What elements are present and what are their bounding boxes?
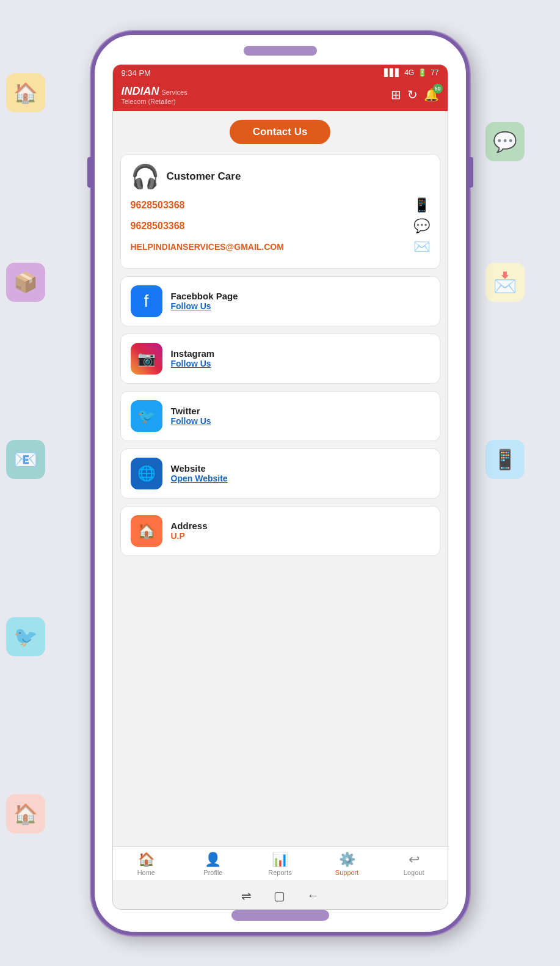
power-button (467, 157, 473, 188)
address-value: U.P (171, 531, 208, 541)
signal-icon: ▋▋▋ (384, 68, 401, 77)
nav-profile-label: Profile (203, 869, 222, 876)
nav-logout-label: Logout (404, 869, 424, 876)
website-social: 🌐 Website Open Website (131, 458, 430, 489)
refresh-icon[interactable]: ↻ (407, 87, 418, 102)
address-title: Address (171, 521, 208, 531)
twitter-info: Twitter Follow Us (171, 406, 211, 426)
notification-bell[interactable]: 🔔 50 (424, 87, 439, 102)
logout-icon: ↩ (409, 852, 420, 868)
reports-icon: 📊 (272, 852, 288, 868)
recents-icon[interactable]: ← (307, 888, 319, 903)
customer-care-icon: 🎧 (131, 163, 159, 190)
phone-call-icon[interactable]: 📱 (413, 197, 430, 213)
network-type: 4G (404, 68, 414, 77)
phone-pill-top (244, 46, 317, 56)
whatsapp-icon[interactable]: 💬 (413, 218, 430, 234)
customer-care-card: 🎧 Customer Care 9628503368 📱 9628503368 … (120, 154, 440, 269)
nav-reports-label: Reports (268, 869, 292, 876)
phone1-row: 9628503368 📱 (131, 197, 430, 213)
twitter-card: 🐦 Twitter Follow Us (120, 391, 440, 441)
instagram-social: 📷 Instagram Follow Us (131, 343, 430, 375)
header-subtitle: Telecom (Retailer) (122, 98, 187, 105)
address-icon-wrap: 🏠 (131, 515, 162, 547)
phone2-row: 9628503368 💬 (131, 218, 430, 234)
instagram-follow-link[interactable]: Follow Us (171, 359, 215, 368)
header-icons: ⊞ ↻ 🔔 50 (391, 87, 439, 102)
instagram-card: 📷 Instagram Follow Us (120, 334, 440, 384)
twitter-icon: 🐦 (137, 408, 156, 425)
phone-pill-bottom (231, 910, 329, 921)
brand-name: INDIAN (122, 85, 159, 98)
facebook-icon-wrap: f (131, 285, 162, 317)
qr-icon[interactable]: ⊞ (391, 87, 401, 102)
nav-support[interactable]: ⚙️ Support (325, 852, 368, 876)
phone2-number[interactable]: 9628503368 (131, 221, 185, 232)
phone1-number[interactable]: 9628503368 (131, 200, 185, 211)
phone-screen: 9:34 PM ▋▋▋ 4G 🔋 77 INDIAN Services Tele… (112, 64, 448, 910)
globe-icon: 🌐 (137, 465, 156, 482)
open-website-link[interactable]: Open Website (171, 474, 228, 483)
instagram-icon: 📷 (137, 350, 156, 367)
customer-care-title: Customer Care (167, 170, 241, 183)
facebook-info: Facebbok Page Follow Us (171, 291, 238, 311)
nav-home-label: Home (137, 869, 155, 876)
instagram-title: Instagram (171, 348, 215, 359)
home-icon: 🏠 (138, 852, 155, 868)
status-bar: 9:34 PM ▋▋▋ 4G 🔋 77 (113, 65, 448, 80)
nav-profile[interactable]: 👤 Profile (192, 852, 235, 876)
facebook-social: f Facebbok Page Follow Us (131, 285, 430, 317)
email-address[interactable]: HELPINDIANSERVICES@GMAIL.COM (131, 242, 284, 252)
website-info: Website Open Website (171, 463, 228, 483)
website-card: 🌐 Website Open Website (120, 448, 440, 499)
status-time: 9:34 PM (122, 68, 151, 78)
email-icon[interactable]: ✉️ (413, 239, 430, 255)
house-icon: 🏠 (137, 522, 156, 540)
twitter-social: 🐦 Twitter Follow Us (131, 400, 430, 432)
notif-count: 50 (433, 84, 443, 93)
nav-logout[interactable]: ↩ Logout (393, 852, 435, 876)
website-icon-wrap: 🌐 (131, 458, 162, 489)
app-header: INDIAN Services Telecom (Retailer) ⊞ ↻ 🔔… (113, 80, 448, 111)
nav-support-label: Support (335, 869, 359, 876)
battery-level: 77 (431, 68, 438, 77)
facebook-title: Facebbok Page (171, 291, 238, 301)
nav-home[interactable]: 🏠 Home (125, 852, 167, 876)
instagram-icon-wrap: 📷 (131, 343, 162, 375)
nav-reports[interactable]: 📊 Reports (258, 852, 301, 876)
instagram-info: Instagram Follow Us (171, 348, 215, 368)
header-logo: INDIAN Services Telecom (Retailer) (122, 85, 187, 105)
twitter-title: Twitter (171, 406, 211, 416)
customer-care-header: 🎧 Customer Care (131, 163, 430, 190)
address-social: 🏠 Address U.P (131, 515, 430, 547)
status-right: ▋▋▋ 4G 🔋 77 (384, 68, 438, 77)
address-info: Address U.P (171, 521, 208, 541)
facebook-card: f Facebbok Page Follow Us (120, 276, 440, 326)
twitter-follow-link[interactable]: Follow Us (171, 416, 211, 426)
bottom-nav: 🏠 Home 👤 Profile 📊 Reports ⚙️ Support ↩ … (113, 846, 448, 880)
android-nav-bar: ⇌ ▢ ← (113, 880, 448, 909)
phone-frame: 9:34 PM ▋▋▋ 4G 🔋 77 INDIAN Services Tele… (91, 31, 470, 935)
email-row: HELPINDIANSERVICES@GMAIL.COM ✉️ (131, 239, 430, 255)
contact-us-button[interactable]: Contact Us (230, 120, 331, 144)
twitter-icon-wrap: 🐦 (131, 400, 162, 432)
address-card: 🏠 Address U.P (120, 506, 440, 556)
website-title: Website (171, 463, 228, 474)
facebook-icon: f (144, 291, 149, 311)
back-icon[interactable]: ⇌ (241, 888, 252, 903)
brand-sub: Services (162, 89, 187, 96)
screen-content: Contact Us 🎧 Customer Care 9628503368 📱 … (113, 111, 448, 846)
battery-icon: 🔋 (418, 68, 427, 77)
volume-button (87, 157, 93, 188)
profile-icon: 👤 (205, 852, 221, 868)
home-nav-icon[interactable]: ▢ (274, 888, 285, 903)
support-icon: ⚙️ (339, 852, 355, 868)
facebook-follow-link[interactable]: Follow Us (171, 301, 238, 311)
